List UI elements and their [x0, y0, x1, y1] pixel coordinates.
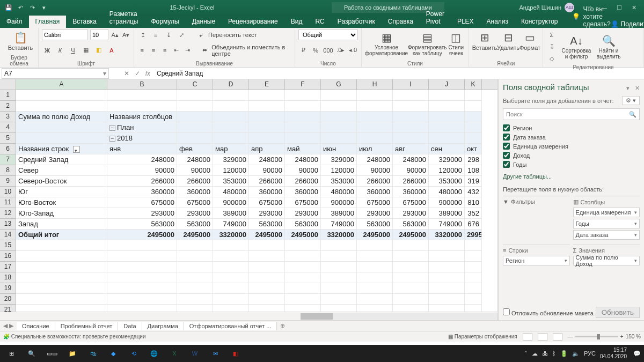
tray-language[interactable]: РУС	[584, 350, 596, 357]
qat-dropdown-icon[interactable]: ▾	[40, 3, 48, 12]
align-bottom-icon[interactable]: ↧	[163, 29, 174, 40]
row-header[interactable]: 19	[0, 283, 16, 294]
area-rows[interactable]: ≡ Строки Регион▾	[503, 245, 570, 267]
row-header[interactable]: 14	[0, 230, 16, 240]
orientation-icon[interactable]: ⤢	[176, 29, 187, 40]
cell-styles-button[interactable]: ◫Стили ячеек	[447, 29, 465, 57]
mail-icon[interactable]: ✉	[207, 346, 223, 360]
field-checkbox[interactable]: Дата заказа	[503, 132, 640, 142]
column-header[interactable]: F	[285, 79, 321, 90]
row-header[interactable]: 5	[0, 133, 16, 144]
align-right-icon[interactable]: ≡	[160, 45, 169, 56]
dec-decimal-icon[interactable]: ◂.0	[348, 45, 358, 56]
spreadsheet-grid[interactable]: ABCDEFGHIJK 123Сумма по полю ДоходНазван…	[0, 79, 498, 320]
font-color-button[interactable]: A	[106, 45, 117, 56]
word-icon[interactable]: W	[187, 346, 203, 360]
percent-icon[interactable]: %	[311, 45, 321, 56]
fx-icon[interactable]: fx	[145, 70, 150, 77]
sheet-tab[interactable]: Отформатированный отчет ...	[184, 322, 277, 330]
indent-dec-icon[interactable]: ⇤	[172, 45, 181, 56]
row-header[interactable]: 11	[0, 197, 16, 208]
row-header[interactable]: 2	[0, 101, 16, 112]
maximize-icon[interactable]: ☐	[617, 4, 622, 11]
find-select-button[interactable]: 🔍Найти и выделить	[592, 33, 625, 61]
search-taskbar-icon[interactable]: 🔍	[24, 346, 40, 360]
merge-button[interactable]: ⬌	[200, 45, 209, 56]
number-format[interactable]: Общий	[298, 29, 358, 40]
cancel-formula-icon[interactable]: ✕	[124, 70, 129, 77]
display-settings[interactable]: ▦ Параметры отображения	[448, 334, 517, 339]
tray-clock[interactable]: 15:1704.04.2020	[600, 347, 629, 360]
ribbon-options-icon[interactable]: ▢	[586, 4, 591, 11]
column-header[interactable]: H	[357, 79, 393, 90]
border-button[interactable]: ▦	[80, 45, 91, 56]
column-header[interactable]: J	[429, 79, 465, 90]
pane-settings-icon[interactable]: ⚙ ▾	[622, 96, 640, 105]
view-break-icon[interactable]	[553, 333, 562, 341]
row-header[interactable]: 18	[0, 272, 16, 283]
update-button[interactable]: Обновить	[596, 307, 640, 318]
new-sheet-icon[interactable]: ⊕	[277, 322, 288, 329]
tab-file[interactable]: Файл	[0, 16, 29, 28]
currency-icon[interactable]: ₽	[298, 45, 309, 56]
minimize-icon[interactable]: —	[601, 4, 607, 11]
field-checkbox[interactable]: Регион	[503, 123, 640, 132]
row-header[interactable]: 20	[0, 294, 16, 305]
align-top-icon[interactable]: ↥	[137, 29, 148, 40]
area-field-chip[interactable]: Единица измерения▾	[573, 208, 640, 217]
teamviewer-icon[interactable]: ⟲	[126, 346, 142, 360]
indent-inc-icon[interactable]: ⇥	[183, 45, 192, 56]
acrobat-icon[interactable]: ◧	[228, 346, 244, 360]
enter-formula-icon[interactable]: ✓	[135, 70, 140, 77]
share-button[interactable]: 👤 Поделиться	[611, 20, 644, 28]
fill-icon[interactable]: ↧	[546, 41, 557, 52]
area-field-chip[interactable]: Регион▾	[503, 256, 570, 265]
tray-bluetooth-icon[interactable]: ᛒ	[552, 350, 556, 357]
view-layout-icon[interactable]	[538, 333, 547, 341]
tab-design[interactable]: Конструктор	[515, 16, 564, 28]
font-size[interactable]	[90, 29, 108, 40]
area-field-chip[interactable]: Сумма по полю Доход▾	[573, 256, 640, 265]
insert-cells-button[interactable]: ⊞Вставить	[472, 29, 497, 52]
taskview-icon[interactable]: ▭▭	[44, 346, 60, 360]
sheet-tab[interactable]: Проблемный отчет	[55, 322, 119, 330]
excel-icon[interactable]: X	[166, 346, 182, 360]
row-header[interactable]: 3	[0, 112, 16, 122]
app-icon[interactable]: ◆	[105, 346, 121, 360]
tray-network-icon[interactable]: 🖧	[542, 350, 548, 357]
explorer-icon[interactable]: 📁	[64, 346, 80, 360]
tab-plex[interactable]: PLEX	[451, 16, 480, 28]
redo-icon[interactable]: ↷	[28, 3, 36, 12]
align-left-icon[interactable]: ≡	[137, 45, 147, 56]
tab-home[interactable]: Главная	[29, 16, 67, 28]
other-tables-link[interactable]: Другие таблицы...	[503, 173, 640, 180]
format-cells-button[interactable]: ▭Формат	[519, 29, 540, 52]
delete-cells-button[interactable]: ⊟Удалить	[497, 29, 519, 52]
area-columns[interactable]: ▥ Столбцы Единица измерения▾Годы▾Дата за…	[573, 196, 640, 241]
tab-rc[interactable]: RC	[309, 16, 331, 28]
tab-review[interactable]: Рецензирование	[222, 16, 284, 28]
increase-font-icon[interactable]: A▴	[111, 29, 120, 40]
save-icon[interactable]: 💾	[4, 3, 13, 12]
row-header[interactable]: 10	[0, 187, 16, 197]
store-icon[interactable]: 🛍	[85, 346, 101, 360]
column-header[interactable]: D	[213, 79, 249, 90]
row-header[interactable]: 4	[0, 122, 16, 133]
zoom-control[interactable]: — + 150 %	[568, 334, 641, 339]
autosum-icon[interactable]: Σ	[546, 29, 557, 40]
row-header[interactable]: 16	[0, 251, 16, 262]
tray-onedrive-icon[interactable]: ☁	[532, 350, 538, 357]
tab-data[interactable]: Данные	[186, 16, 222, 28]
clear-icon[interactable]: ◇	[546, 53, 557, 64]
inc-decimal-icon[interactable]: .0▸	[336, 45, 346, 56]
close-icon[interactable]: ✕	[632, 4, 636, 11]
align-center-icon[interactable]: ≡	[149, 45, 158, 56]
font-name[interactable]	[42, 29, 88, 40]
row-header[interactable]: 7	[0, 154, 16, 165]
underline-button[interactable]: Ч	[68, 45, 78, 56]
column-header[interactable]: E	[249, 79, 285, 90]
row-header[interactable]: 13	[0, 219, 16, 230]
row-header[interactable]: 1	[0, 90, 16, 101]
column-header[interactable]: I	[393, 79, 429, 90]
view-normal-icon[interactable]	[523, 333, 532, 341]
